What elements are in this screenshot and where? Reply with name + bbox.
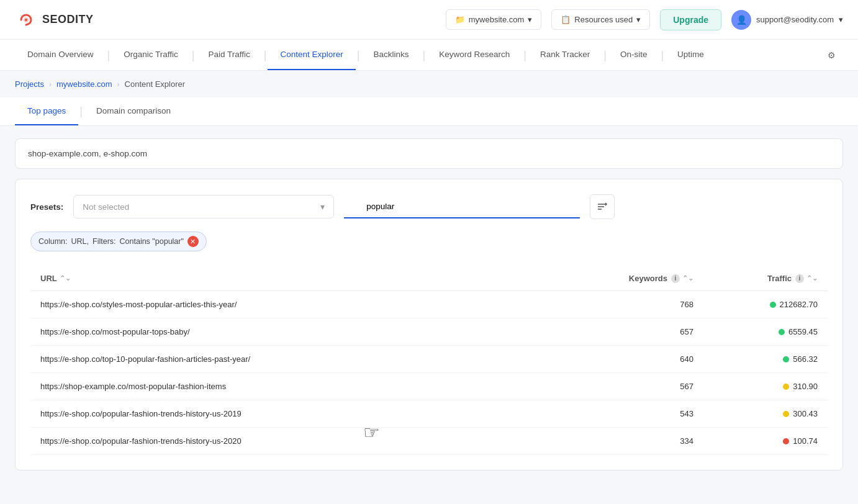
- settings-icon[interactable]: ⚙: [820, 43, 843, 68]
- domain-value[interactable]: shop-example.com, e-shop.com: [28, 149, 147, 158]
- tab-domain-comparison[interactable]: Domain comparison: [84, 97, 183, 125]
- traffic-cell: 300.43: [703, 400, 828, 428]
- traffic-value: 100.74: [793, 436, 818, 446]
- th-traffic: Traffic i ⌃⌄: [703, 266, 828, 291]
- nav-sep-2: |: [191, 50, 196, 61]
- nav-sep-1: |: [106, 50, 112, 61]
- main-nav: Domain Overview | Organic Traffic | Paid…: [0, 40, 858, 71]
- table-row: https://e-shop.co/top-10-popular-fashion…: [30, 346, 828, 373]
- presets-dropdown[interactable]: Not selected ▾: [73, 195, 334, 218]
- keywords-cell: 657: [592, 318, 703, 346]
- traffic-dot: [770, 302, 776, 308]
- traffic-dot: [783, 384, 789, 390]
- traffic-cell: 212682.70: [703, 291, 828, 318]
- breadcrumb: Projects › mywebsite.com › Content Explo…: [0, 71, 858, 97]
- keywords-sort[interactable]: Keywords i ⌃⌄: [629, 274, 693, 283]
- traffic-value: 6559.45: [788, 327, 818, 336]
- content-section: Presets: Not selected ▾ 🔍 Column: URL, F…: [15, 179, 843, 470]
- keywords-sort-icon: ⌃⌄: [682, 274, 693, 282]
- filter-column-value: URL,: [71, 237, 89, 246]
- breadcrumb-current: Content Explorer: [125, 79, 186, 89]
- resources-button[interactable]: 📋 Resources used ▾: [551, 9, 650, 30]
- nav-sep-5: |: [421, 50, 427, 61]
- chevron-down-icon-2: ▾: [636, 15, 641, 24]
- filter-value: Contains "popular": [120, 237, 184, 246]
- traffic-cell: 310.90: [703, 373, 828, 400]
- nav-backlinks[interactable]: Backlinks: [361, 40, 421, 70]
- user-menu[interactable]: 👤 support@seodity.com ▾: [731, 10, 843, 30]
- nav-on-site[interactable]: On-site: [608, 40, 660, 70]
- keywords-cell: 334: [592, 428, 703, 455]
- nav-rank-tracker[interactable]: Rank Tracker: [528, 40, 602, 70]
- user-avatar: 👤: [731, 10, 751, 30]
- traffic-cell: 100.74: [703, 428, 828, 455]
- filters-row: Presets: Not selected ▾ 🔍: [30, 194, 828, 219]
- nav-organic-traffic[interactable]: Organic Traffic: [111, 40, 191, 70]
- tab-top-pages[interactable]: Top pages: [15, 97, 78, 125]
- url-cell[interactable]: https://e-shop.co/most-popular-tops-baby…: [30, 318, 592, 346]
- breadcrumb-sep-1: ›: [49, 80, 52, 89]
- domain-tags: shop-example.com, e-shop.com: [28, 149, 830, 158]
- domain-input-section: shop-example.com, e-shop.com: [15, 138, 843, 169]
- traffic-sort-icon: ⌃⌄: [806, 274, 818, 282]
- filter-tags: Column: URL, Filters: Contains "popular"…: [30, 232, 828, 251]
- table-row: https://e-shop.co/styles-most-popular-ar…: [30, 291, 828, 318]
- domain-selector[interactable]: 📁 mywebsite.com ▾: [446, 9, 542, 30]
- nav-sep-8: |: [659, 50, 665, 61]
- url-sort-icon: ⌃⌄: [60, 274, 71, 282]
- table-row: https://e-shop.co/popular-fashion-trends…: [30, 400, 828, 428]
- traffic-value: 310.90: [793, 382, 818, 391]
- domain-label: mywebsite.com: [469, 15, 525, 24]
- presets-chevron: ▾: [320, 202, 325, 212]
- folder-icon: 📁: [455, 15, 465, 24]
- url-cell[interactable]: https://e-shop.co/popular-fashion-trends…: [30, 400, 592, 428]
- traffic-sort[interactable]: Traffic i ⌃⌄: [767, 274, 818, 283]
- th-keywords: Keywords i ⌃⌄: [592, 266, 703, 291]
- url-cell[interactable]: https://shop-example.co/most-popular-fas…: [30, 373, 592, 400]
- header-right: 📁 mywebsite.com ▾ 📋 Resources used ▾ Upg…: [446, 9, 843, 30]
- url-cell[interactable]: https://e-shop.co/styles-most-popular-ar…: [30, 291, 592, 318]
- logo-area: SEODITY: [15, 9, 94, 31]
- nav-paid-traffic[interactable]: Paid Traffic: [196, 40, 262, 70]
- tab-sep: |: [78, 105, 84, 118]
- active-filter-tag: Column: URL, Filters: Contains "popular"…: [30, 232, 207, 251]
- traffic-dot: [783, 411, 789, 417]
- nav-sep-3: |: [263, 50, 268, 61]
- breadcrumb-projects[interactable]: Projects: [15, 79, 44, 89]
- filter-column-label: Column:: [38, 237, 68, 246]
- traffic-dot: [779, 329, 785, 335]
- sort-button[interactable]: [590, 194, 615, 219]
- sort-icon: [597, 201, 608, 212]
- chevron-down-icon-3: ▾: [839, 15, 843, 24]
- nav-keyword-research[interactable]: Keyword Research: [427, 40, 522, 70]
- breadcrumb-domain[interactable]: mywebsite.com: [56, 79, 112, 89]
- keywords-cell: 640: [592, 346, 703, 373]
- nav-domain-overview[interactable]: Domain Overview: [15, 40, 106, 70]
- remove-filter-button[interactable]: ✕: [187, 236, 199, 247]
- seodity-logo-icon: [15, 9, 37, 31]
- table-row: https://e-shop.co/most-popular-tops-baby…: [30, 318, 828, 346]
- url-sort[interactable]: URL ⌃⌄: [40, 274, 71, 283]
- table-row: https://e-shop.co/popular-fashion-trends…: [30, 428, 828, 455]
- nav-uptime[interactable]: Uptime: [665, 40, 716, 70]
- keywords-info-icon[interactable]: i: [671, 274, 680, 283]
- header: SEODITY 📁 mywebsite.com ▾ 📋 Resources us…: [0, 0, 858, 40]
- search-wrapper: 🔍: [344, 196, 580, 218]
- keywords-cell: 543: [592, 400, 703, 428]
- svg-point-2: [25, 19, 27, 21]
- keywords-cell: 567: [592, 373, 703, 400]
- presets-label: Presets:: [30, 202, 63, 212]
- chevron-down-icon: ▾: [528, 15, 532, 24]
- search-input[interactable]: [344, 196, 580, 218]
- traffic-cell: 6559.45: [703, 318, 828, 346]
- tabs-bar: Top pages | Domain comparison: [0, 97, 858, 126]
- resources-label: Resources used: [574, 15, 633, 24]
- nav-content-explorer[interactable]: Content Explorer: [268, 40, 355, 70]
- url-cell[interactable]: https://e-shop.co/top-10-popular-fashion…: [30, 346, 592, 373]
- nav-sep-4: |: [356, 50, 361, 61]
- traffic-value: 212682.70: [780, 300, 818, 309]
- traffic-info-icon[interactable]: i: [795, 274, 804, 283]
- breadcrumb-sep-2: ›: [117, 80, 120, 89]
- upgrade-button[interactable]: Upgrade: [660, 9, 721, 30]
- url-cell[interactable]: https://e-shop.co/popular-fashion-trends…: [30, 428, 592, 455]
